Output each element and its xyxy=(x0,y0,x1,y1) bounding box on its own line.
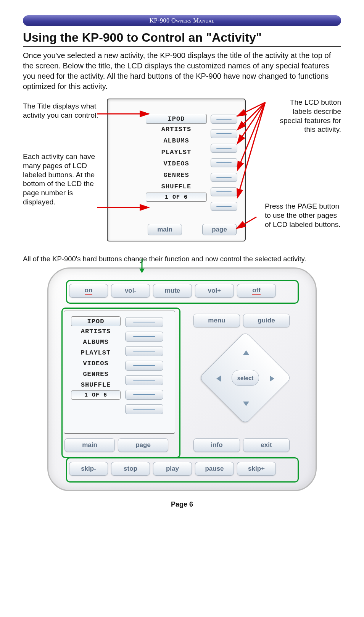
skip-fwd-button[interactable]: skip+ xyxy=(237,462,276,476)
remote-lcd-screen: IPOD ARTISTS ALBUMS PLAYLST VIDEOS GENRE… xyxy=(64,311,175,434)
select-button[interactable]: select xyxy=(232,370,259,386)
lcd-side-button-column xyxy=(211,115,237,216)
on-button[interactable]: on xyxy=(69,284,108,298)
stop-button[interactable]: stop xyxy=(111,462,150,476)
main-page-row: main page xyxy=(64,438,168,452)
guide-button[interactable]: guide xyxy=(243,314,290,327)
remote-page-button[interactable]: page xyxy=(118,438,168,452)
remote-lcd-item: GENRES xyxy=(71,369,121,380)
remote-lcd-page-indicator: 1 OF 6 xyxy=(71,390,121,400)
remote-lcd-side-button[interactable] xyxy=(125,390,163,400)
page-number: Page 6 xyxy=(23,500,341,508)
remote-lcd-side-button[interactable] xyxy=(125,404,163,414)
lcd-diagram: The Title displays what activity you can… xyxy=(23,95,341,248)
info-button[interactable]: info xyxy=(193,438,240,452)
remote-lcd-title: IPOD xyxy=(71,316,121,326)
remote-lcd-side-button[interactable] xyxy=(125,332,163,342)
play-button[interactable]: play xyxy=(153,462,192,476)
vol-up-button[interactable]: vol+ xyxy=(195,284,234,298)
menu-button[interactable]: menu xyxy=(193,314,240,327)
dpad: select xyxy=(201,334,289,421)
remote-lcd-side-button[interactable] xyxy=(125,375,163,385)
info-exit-row: info exit xyxy=(193,438,290,452)
remote-main-button[interactable]: main xyxy=(64,438,115,452)
callout-lcd-labels: The LCD button labels describe special f… xyxy=(276,98,341,134)
lcd-side-button[interactable] xyxy=(211,115,237,124)
mute-button[interactable]: mute xyxy=(153,284,192,298)
lcd-item: GENRES xyxy=(146,170,207,181)
lcd-item: SHUFFLE xyxy=(146,181,207,193)
lcd-side-button[interactable] xyxy=(211,202,237,211)
remote-lcd-item: ALBUMS xyxy=(71,337,121,348)
remote-lcd-item: PLAYLST xyxy=(71,348,121,358)
remote-control: on vol- mute vol+ off IPOD ARTISTS ALBUM… xyxy=(47,267,317,491)
dpad-left-icon[interactable] xyxy=(216,376,221,382)
green-arrow-icon xyxy=(136,259,148,274)
dpad-up-icon[interactable] xyxy=(243,350,249,355)
exit-button[interactable]: exit xyxy=(243,438,290,452)
lcd-item: ALBUMS xyxy=(146,135,207,147)
page-button[interactable]: page xyxy=(202,224,237,235)
lcd-side-button[interactable] xyxy=(211,158,237,167)
skip-back-button[interactable]: skip- xyxy=(69,462,108,476)
remote-lcd-item: VIDEOS xyxy=(71,358,121,369)
off-button[interactable]: off xyxy=(237,284,276,298)
dpad-down-icon[interactable] xyxy=(243,402,249,406)
lcd-item: VIDEOS xyxy=(146,158,207,170)
lcd-activity-title: IPOD xyxy=(146,114,207,124)
manual-header: KP-900 Owners Manual xyxy=(23,15,341,26)
vol-down-button[interactable]: vol- xyxy=(111,284,150,298)
lcd-side-button[interactable] xyxy=(211,187,237,196)
remote-lcd-item: SHUFFLE xyxy=(71,380,121,390)
lcd-side-button[interactable] xyxy=(211,144,237,153)
lcd-page-indicator: 1 OF 6 xyxy=(146,193,207,202)
dpad-right-icon[interactable] xyxy=(270,376,274,382)
intro-paragraph: Once you've selected a new activity, the… xyxy=(23,50,341,92)
remote-lcd-side-button[interactable] xyxy=(125,361,163,371)
lcd-screen: IPOD ARTISTS ALBUMS PLAYLST VIDEOS GENRE… xyxy=(107,99,246,241)
callout-page-button: Press the PAGE button to use the other p… xyxy=(265,202,341,229)
pause-button[interactable]: pause xyxy=(195,462,234,476)
lcd-item: ARTISTS xyxy=(146,124,207,135)
lcd-side-button[interactable] xyxy=(211,129,237,138)
manual-header-text: KP-900 Owners Manual xyxy=(150,17,215,24)
lcd-side-button[interactable] xyxy=(211,173,237,182)
hard-button-caption: All of the KP-900's hard buttons change … xyxy=(23,254,341,264)
remote-lcd-side-buttons xyxy=(125,317,163,419)
lcd-item: PLAYLST xyxy=(146,147,207,158)
remote-lcd-side-button[interactable] xyxy=(125,317,163,327)
callout-title: The Title displays what activity you can… xyxy=(23,102,99,120)
transport-row: skip- stop play pause skip+ xyxy=(69,462,276,476)
remote-lcd-item: ARTISTS xyxy=(71,326,121,337)
menu-guide-row: menu guide xyxy=(193,314,290,327)
top-button-row: on vol- mute vol+ off xyxy=(69,284,276,298)
callout-pages: Each activity can have many pages of LCD… xyxy=(23,152,99,207)
main-button[interactable]: main xyxy=(148,224,182,235)
section-heading: Using the KP-900 to Control an "Activity… xyxy=(23,31,341,47)
remote-lcd-side-button[interactable] xyxy=(125,346,163,356)
